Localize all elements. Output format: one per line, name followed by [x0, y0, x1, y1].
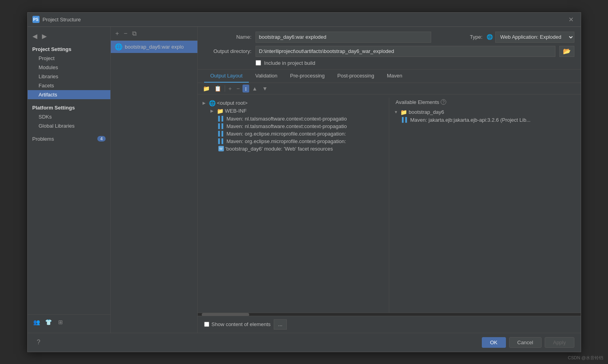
sidebar-item-modules[interactable]: Modules: [28, 63, 110, 72]
browse-button[interactable]: 📂: [559, 46, 574, 57]
show-content-label[interactable]: Show content of elements: [212, 321, 271, 327]
tab-maven[interactable]: Maven: [381, 70, 409, 83]
name-label: Name:: [204, 34, 252, 40]
sidebar-item-sdks[interactable]: SDKs: [28, 112, 110, 121]
left-pane: ▶ 🌐 <output root> ▶ 📁 WEB-INF: [198, 98, 390, 313]
right-lib-item-1[interactable]: ▌▌ Maven: jakarta.ejb:jakarta.ejb-api:3.…: [400, 116, 578, 124]
output-root-icon: 🌐: [209, 100, 216, 106]
type-label: Type:: [435, 34, 483, 40]
add-artifact-button[interactable]: +: [114, 29, 121, 38]
right-pane-content: ▼ 📁 bootstrap_day6 ▌▌ Maven: jakarta.ejb…: [392, 107, 578, 125]
include-build-label[interactable]: Include in project build: [264, 60, 315, 66]
layout-file-btn[interactable]: 📋: [212, 85, 223, 92]
problems-label: Problems: [32, 136, 54, 142]
help-icon[interactable]: ?: [441, 99, 446, 105]
web-inf-label: WEB-INF: [225, 108, 247, 114]
folder-icon: 📁: [217, 108, 224, 114]
help-button[interactable]: ?: [34, 338, 44, 347]
dialog-body: ◀ ▶ Project Settings Project Modules Lib…: [28, 27, 581, 333]
form-section: Name: Type: 🌐 Web Application: Exploded …: [198, 27, 581, 70]
project-settings-header: Project Settings: [28, 44, 110, 54]
lib-item-3[interactable]: ▌▌ Maven: org.eclipse.microprofile.conte…: [217, 130, 386, 138]
lib-item-1[interactable]: ▌▌ Maven: nl.talsmasoftware.context:cont…: [217, 115, 386, 123]
tab-output-layout[interactable]: Output Layout: [204, 70, 249, 83]
left-pane-content: ▶ 🌐 <output root> ▶ 📁 WEB-INF: [201, 98, 386, 154]
module-item-1[interactable]: W 'bootstrap_day6' module: 'Web' facet r…: [217, 145, 386, 153]
horizontal-scrollbar[interactable]: [198, 313, 581, 316]
sidebar-item-global-libraries[interactable]: Global Libraries: [28, 121, 110, 130]
layout-down-btn[interactable]: ▼: [260, 85, 270, 92]
dialog-footer: ? OK Cancel Apply: [28, 333, 581, 352]
lib-item-2[interactable]: ▌▌ Maven: nl.talsmasoftware.context:cont…: [217, 123, 386, 130]
module-folder-icon: 📁: [400, 109, 407, 115]
right-lib-label-1: Maven: jakarta.ejb:jakarta.ejb-api:3.2.6…: [410, 117, 530, 123]
expand-icon: ▶: [203, 101, 207, 105]
nav-forward-button[interactable]: ▶: [40, 32, 48, 41]
sidebar-item-artifacts[interactable]: Artifacts: [28, 90, 110, 99]
sidebar-item-libraries[interactable]: Libraries: [28, 72, 110, 81]
include-build-checkbox[interactable]: [256, 60, 261, 66]
expand-icon: ▼: [394, 110, 399, 114]
bottom-section: Show content of elements ...: [198, 316, 581, 333]
lib-item-4[interactable]: ▌▌ Maven: org.eclipse.microprofile.conte…: [217, 138, 386, 145]
tree-item-output-root[interactable]: ▶ 🌐 <output root>: [201, 99, 386, 107]
lib-icon-2: ▌▌: [218, 123, 225, 129]
artifacts-panel: + − ⧉ 🌐 bootstrap_day6:war explo: [111, 27, 198, 333]
right-lib-icon: ▌▌: [402, 117, 409, 123]
ok-button[interactable]: OK: [482, 337, 506, 348]
users-icon[interactable]: 👥: [32, 318, 41, 326]
output-dir-input[interactable]: [256, 46, 555, 57]
cancel-button[interactable]: Cancel: [509, 337, 542, 348]
output-dir-label: Output directory:: [204, 48, 252, 54]
tree-item-web-inf[interactable]: ▶ 📁 WEB-INF: [209, 107, 386, 115]
sidebar-item-facets[interactable]: Facets: [28, 81, 110, 90]
copy-artifact-button[interactable]: ⧉: [131, 29, 138, 38]
tabs-bar: Output Layout Validation Pre-processing …: [198, 70, 581, 83]
lib-label-2: Maven: nl.talsmasoftware.context:context…: [227, 123, 347, 129]
lib-icon-1: ▌▌: [218, 116, 225, 121]
lib-label-1: Maven: nl.talsmasoftware.context:context…: [227, 116, 347, 122]
output-dir-row: Output directory: 📂: [204, 46, 574, 57]
ellipsis-button[interactable]: ...: [274, 319, 287, 330]
grid-icon[interactable]: ⊞: [56, 318, 65, 326]
nav-back-button[interactable]: ◀: [31, 32, 39, 41]
project-structure-dialog: PS Project Structure ✕ ◀ ▶ Project Setti…: [27, 12, 581, 352]
remove-artifact-button[interactable]: −: [122, 29, 129, 38]
tab-validation[interactable]: Validation: [249, 70, 284, 83]
shirt-icon[interactable]: 👕: [44, 318, 53, 326]
layout-sort-btn[interactable]: ↕: [242, 85, 249, 92]
sidebar-item-project[interactable]: Project: [28, 54, 110, 63]
sidebar: ◀ ▶ Project Settings Project Modules Lib…: [28, 27, 111, 333]
available-text: Available Elements: [396, 99, 439, 105]
module-icon: W: [218, 146, 224, 151]
platform-settings-header: Platform Settings: [28, 102, 110, 112]
tab-pre-processing[interactable]: Pre-processing: [284, 70, 331, 83]
right-pane: Available Elements ? ▼ 📁 bootstrap_day6: [389, 98, 581, 313]
app-icon: PS: [32, 16, 40, 23]
sidebar-item-problems[interactable]: Problems 4: [28, 134, 110, 144]
lib-label-3: Maven: org.eclipse.microprofile.context-…: [227, 131, 346, 137]
main-content: Name: Type: 🌐 Web Application: Exploded …: [198, 27, 581, 333]
layout-up-btn[interactable]: ▲: [250, 85, 259, 92]
show-content-checkbox[interactable]: [204, 322, 209, 327]
close-button[interactable]: ✕: [566, 15, 576, 24]
show-content-row: Show content of elements: [204, 321, 271, 327]
artifact-item[interactable]: 🌐 bootstrap_day6:war explo: [111, 41, 197, 53]
web-inf-subtree: ▶ 📁 WEB-INF ▌▌ Maven: nl.talsmasoftware.…: [201, 107, 386, 153]
watermark: CSDN @水音铃铛: [568, 355, 603, 361]
layout-remove-btn[interactable]: −: [235, 85, 242, 92]
right-tree-children: ▌▌ Maven: jakarta.ejb:jakarta.ejb-api:3.…: [392, 116, 578, 124]
apply-button[interactable]: Apply: [545, 337, 574, 348]
artifact-item-icon: 🌐: [115, 43, 123, 51]
layout-folder-btn[interactable]: 📁: [201, 85, 212, 92]
include-build-row: Include in project build: [204, 60, 574, 66]
dialog-title: Project Structure: [43, 17, 81, 23]
name-input[interactable]: [256, 32, 431, 43]
type-select-wrap: 🌐 Web Application: Exploded: [487, 32, 574, 43]
title-bar: PS Project Structure ✕: [28, 13, 581, 27]
lib-icon-4: ▌▌: [218, 138, 225, 144]
type-select[interactable]: Web Application: Exploded: [495, 32, 574, 43]
right-tree-item-module[interactable]: ▼ 📁 bootstrap_day6: [392, 108, 578, 116]
layout-add-btn[interactable]: +: [227, 85, 234, 92]
tab-post-processing[interactable]: Post-processing: [331, 70, 381, 83]
